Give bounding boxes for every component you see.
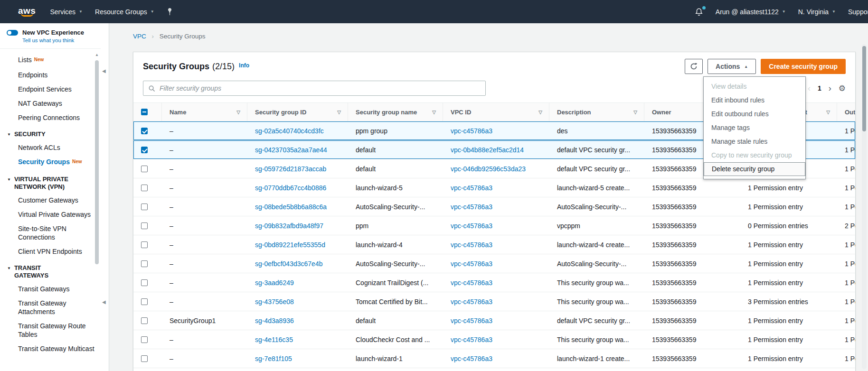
security-group-id-link[interactable]: sg-0efbcf043d3c67e4b: [255, 260, 322, 268]
row-checkbox[interactable]: [141, 166, 148, 172]
experience-feedback-link[interactable]: Tell us what you think: [22, 37, 74, 43]
aws-logo[interactable]: aws: [18, 7, 36, 17]
vpc-id-link[interactable]: vpc-c45786a3: [451, 298, 492, 306]
nav-support-menu[interactable]: Support: [848, 8, 868, 16]
vpc-id-link[interactable]: vpc-c45786a3: [451, 279, 492, 287]
actions-menu-item-edit-outbound-rules[interactable]: Edit outbound rules: [704, 107, 805, 121]
actions-menu-item-manage-stale-rules[interactable]: Manage stale rules: [704, 135, 805, 148]
new-experience-toggle[interactable]: [7, 30, 18, 36]
actions-menu-item-copy-to-new-security-group[interactable]: Copy to new security group: [704, 148, 805, 162]
security-group-id-link[interactable]: sg-09b832afbd9a48f97: [255, 222, 323, 230]
actions-menu-item-edit-inbound-rules[interactable]: Edit inbound rules: [704, 93, 805, 107]
sidebar-item-site-to-site-vpn-connections[interactable]: Site-to-Site VPN Connections: [0, 222, 101, 244]
vpc-id-link[interactable]: vpc-0b4b88e2ef5ac2d14: [451, 146, 524, 154]
nav-account-menu[interactable]: Arun @ aliastest1122▼: [716, 8, 786, 16]
sidebar-item-transit-gateway-multicast[interactable]: Transit Gateway Multicast: [0, 342, 101, 356]
filter-input[interactable]: [143, 81, 486, 96]
security-group-id-link[interactable]: sg-0770ddb67cc4b0886: [255, 184, 326, 192]
sidebar-collapse-icon-lower[interactable]: ◀: [102, 299, 106, 305]
sidebar-item-lists[interactable]: ListsNew: [0, 53, 101, 68]
column-header-outbound-rules-count[interactable]: Outbound rules count▽: [837, 103, 856, 121]
security-group-id-link[interactable]: sg-04237035a2aa7ae44: [255, 146, 327, 154]
sidebar-section-transit-gateways[interactable]: ▼TRANSIT GATEWAYS: [0, 259, 101, 282]
row-checkbox[interactable]: [141, 260, 148, 267]
row-checkbox[interactable]: [141, 317, 148, 324]
sidebar-item-endpoints[interactable]: Endpoints: [0, 68, 101, 82]
security-group-id-link[interactable]: sg-08bede5b8b6a88c6a: [255, 203, 327, 211]
column-header-security-group-name[interactable]: Security group name▽: [348, 103, 443, 121]
actions-menu-item-manage-tags[interactable]: Manage tags: [704, 121, 805, 135]
nav-services-menu[interactable]: Services▼: [50, 8, 83, 16]
sidebar-section-virtual-private-network-vpn[interactable]: ▼VIRTUAL PRIVATE NETWORK (VPN): [0, 170, 101, 193]
sidebar-item-customer-gateways[interactable]: Customer Gateways: [0, 193, 101, 207]
column-header-name[interactable]: Name▽: [162, 103, 247, 121]
filter-icon[interactable]: ▽: [432, 110, 436, 115]
row-checkbox[interactable]: [141, 204, 148, 210]
nav-region-menu[interactable]: N. Virginia▼: [798, 8, 836, 16]
sidebar-section-security[interactable]: ▼SECURITY: [0, 125, 101, 140]
security-group-id-link[interactable]: sg-7e81f105: [255, 355, 292, 362]
settings-gear-icon[interactable]: ⚙: [839, 83, 846, 93]
column-header-security-group-id[interactable]: Security group ID▽: [247, 103, 348, 121]
sidebar-item-client-vpn-endpoints[interactable]: Client VPN Endpoints: [0, 244, 101, 259]
create-security-group-button[interactable]: Create security group: [761, 59, 846, 74]
scroll-up-icon[interactable]: ▲: [94, 51, 100, 57]
nav-resource-groups-menu[interactable]: Resource Groups▼: [95, 8, 154, 16]
sidebar-item-transit-gateway-attachments[interactable]: Transit Gateway Attachments: [0, 296, 101, 319]
row-checkbox[interactable]: [141, 185, 148, 191]
main-scrollbar[interactable]: [862, 44, 867, 369]
sidebar-item-endpoint-services[interactable]: Endpoint Services: [0, 82, 101, 96]
security-group-id-link[interactable]: sg-3aad6249: [255, 279, 294, 287]
sidebar-scrollbar[interactable]: ▲: [94, 51, 100, 371]
sidebar-item-virtual-private-gateways[interactable]: Virtual Private Gateways: [0, 207, 101, 222]
filter-icon[interactable]: ▽: [826, 110, 830, 115]
vpc-id-link[interactable]: vpc-c45786a3: [451, 222, 492, 230]
vpc-id-link[interactable]: vpc-c45786a3: [451, 260, 492, 268]
row-checkbox[interactable]: [141, 223, 148, 229]
sidebar-scrollbar-thumb[interactable]: [95, 60, 99, 264]
row-checkbox[interactable]: [141, 298, 148, 305]
vpc-id-link[interactable]: vpc-c45786a3: [451, 184, 492, 192]
vpc-id-link[interactable]: vpc-c45786a3: [451, 203, 492, 211]
column-header-description[interactable]: Description▽: [549, 103, 644, 121]
breadcrumb-vpc-link[interactable]: VPC: [133, 33, 146, 40]
security-group-id-link[interactable]: sg-059726d21873accab: [255, 165, 326, 173]
sidebar-item-security-groups[interactable]: Security GroupsNew: [0, 155, 101, 170]
sidebar-collapse-icon[interactable]: ◀: [102, 68, 106, 74]
info-link[interactable]: Info: [239, 62, 249, 69]
actions-button[interactable]: Actions ▲: [708, 59, 756, 74]
sidebar-item-transit-gateways[interactable]: Transit Gateways: [0, 282, 101, 296]
vpc-id-link[interactable]: vpc-046db92596c53da23: [451, 165, 526, 173]
vpc-id-link[interactable]: vpc-c45786a3: [451, 241, 492, 249]
security-group-id-link[interactable]: sg-0bd89221efe55355d: [255, 241, 325, 249]
security-group-id-link[interactable]: sg-4e116c35: [255, 336, 293, 343]
vpc-id-link[interactable]: vpc-c45786a3: [451, 336, 492, 343]
vpc-id-link[interactable]: vpc-c45786a3: [451, 317, 492, 325]
row-checkbox[interactable]: [141, 336, 148, 343]
sidebar-item-peering-connections[interactable]: Peering Connections: [0, 111, 101, 125]
select-all-checkbox[interactable]: [141, 109, 148, 115]
security-group-id-link[interactable]: sg-4d3a8936: [255, 317, 294, 325]
sidebar-item-network-acls[interactable]: Network ACLs: [0, 140, 101, 155]
row-checkbox[interactable]: [141, 355, 148, 362]
filter-icon[interactable]: ▽: [633, 110, 637, 115]
vpc-id-link[interactable]: vpc-c45786a3: [451, 355, 492, 362]
filter-icon[interactable]: ▽: [538, 110, 542, 115]
pin-icon[interactable]: [167, 8, 173, 16]
security-group-id-link[interactable]: sg-02a5c40740c4cd3fc: [255, 127, 324, 135]
main-scrollbar-thumb[interactable]: [862, 46, 866, 131]
pagination-prev-icon[interactable]: ‹: [808, 83, 811, 93]
actions-menu-item-delete-security-group[interactable]: Delete security group: [704, 162, 805, 176]
row-checkbox[interactable]: [141, 128, 148, 134]
refresh-button[interactable]: [685, 59, 703, 74]
row-checkbox[interactable]: [141, 147, 148, 153]
actions-menu-item-view-details[interactable]: View details: [704, 80, 805, 93]
vpc-id-link[interactable]: vpc-c45786a3: [451, 127, 492, 135]
pagination-current-page[interactable]: 1: [818, 84, 821, 92]
column-header-vpc-id[interactable]: VPC ID▽: [443, 103, 549, 121]
sidebar-item-transit-gateway-route-tables[interactable]: Transit Gateway Route Tables: [0, 319, 101, 342]
sidebar-item-nat-gateways[interactable]: NAT Gateways: [0, 96, 101, 111]
security-group-id-link[interactable]: sg-43756e08: [255, 298, 294, 306]
pagination-next-icon[interactable]: ›: [829, 83, 831, 93]
notifications-bell-icon[interactable]: [695, 8, 703, 16]
